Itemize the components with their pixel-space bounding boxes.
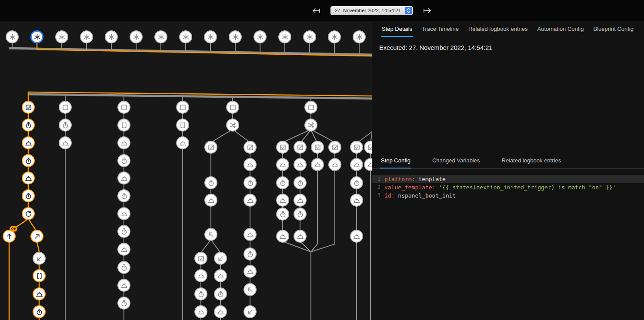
tab-related-logbook-entries[interactable]: Related logbook entries [501,157,562,168]
service-call-node[interactable] [22,136,35,149]
delay-node[interactable] [214,287,227,300]
service-call-node[interactable] [294,194,307,207]
delay-node[interactable] [59,119,72,132]
condition-node[interactable] [244,141,257,154]
choose-node[interactable] [226,119,239,132]
delay-node[interactable] [117,154,130,167]
template-node[interactable] [176,119,189,132]
delay-node[interactable] [22,189,35,202]
delay-node[interactable] [22,154,35,167]
delay-node[interactable] [194,287,207,300]
trigger-node[interactable] [328,30,341,43]
service-call-node[interactable] [350,194,363,207]
service-call-node[interactable] [117,243,130,256]
delay-node[interactable] [33,305,46,318]
delay-node[interactable] [117,225,130,238]
goto-arrow-node[interactable] [244,305,257,318]
delay-node[interactable] [276,208,289,221]
service-call-node[interactable] [22,172,35,185]
trigger-node[interactable] [204,30,217,43]
trigger-node[interactable] [229,30,242,43]
condition-node[interactable] [311,141,324,154]
trigger-node[interactable] [6,30,19,43]
goto-arrow-node[interactable] [214,252,227,265]
service-call-node[interactable] [59,136,72,149]
condition-node[interactable] [328,141,341,154]
next-run-arrow-icon[interactable] [423,6,432,15]
goto-arrow-node[interactable] [30,230,43,243]
service-call-node[interactable] [214,269,227,282]
goto-arrow-node[interactable] [244,283,257,296]
service-call-node[interactable] [244,194,257,207]
condition-node[interactable] [304,101,317,114]
delay-node[interactable] [204,176,217,189]
service-call-node[interactable] [117,136,130,149]
condition-node[interactable] [117,101,130,114]
service-call-node[interactable] [276,194,289,207]
condition-node[interactable] [176,101,189,114]
delay-node[interactable] [294,176,307,189]
trigger-node[interactable] [130,30,143,43]
delay-node[interactable] [117,189,130,202]
service-call-node[interactable] [294,158,307,171]
service-call-node[interactable] [294,230,307,243]
trigger-node[interactable] [55,30,68,43]
goto-arrow-node[interactable] [33,252,46,265]
delay-node[interactable] [244,176,257,189]
trigger-node[interactable] [30,30,43,43]
choose-node[interactable] [304,119,317,132]
service-call-node[interactable] [117,207,130,220]
template-node[interactable] [117,119,130,132]
delay-node[interactable] [117,261,130,274]
service-call-node[interactable] [328,158,341,171]
delay-node[interactable] [294,208,307,221]
service-call-node[interactable] [244,228,257,241]
delay-node[interactable] [350,176,363,189]
service-call-node[interactable] [33,287,46,300]
trigger-node[interactable] [179,30,192,43]
service-call-node[interactable] [276,158,289,171]
delay-node[interactable] [117,297,130,310]
trigger-node[interactable] [154,30,167,43]
trigger-node[interactable] [303,30,316,43]
delay-node[interactable] [22,119,35,132]
tab-trace-timeline[interactable]: Trace Timeline [421,26,460,37]
service-call-node[interactable] [214,305,227,318]
template-node[interactable] [33,269,46,282]
condition-node[interactable] [204,141,217,154]
service-call-node[interactable] [276,230,289,243]
condition-node[interactable] [59,101,72,114]
condition-node[interactable] [226,101,239,114]
delay-node[interactable] [244,247,257,261]
tab-step-details[interactable]: Step Details [381,26,413,37]
condition-node[interactable] [22,101,35,114]
condition-node[interactable] [276,141,289,154]
service-call-node[interactable] [194,269,207,282]
service-call-node[interactable] [117,279,130,292]
condition-node[interactable] [194,252,207,265]
trace-run-select[interactable]: 27. November 2022, 14:54:21 [330,6,413,15]
service-call-node[interactable] [117,172,130,185]
goto-arrow-node[interactable] [204,228,217,241]
trigger-node[interactable] [353,30,366,43]
condition-node[interactable] [350,141,363,154]
service-call-node[interactable] [176,136,189,149]
service-call-node[interactable] [194,305,207,318]
trigger-node[interactable] [254,30,267,43]
service-call-node[interactable] [244,158,257,171]
previous-run-arrow-icon[interactable] [312,6,321,15]
tab-blueprint-config[interactable]: Blueprint Config [592,26,634,37]
tab-automation-config[interactable]: Automation Config [537,26,585,37]
trigger-node[interactable] [278,30,291,43]
delay-node[interactable] [276,176,289,189]
service-call-node[interactable] [350,158,363,171]
tab-changed-variables[interactable]: Changed Variables [431,157,481,168]
service-call-node[interactable] [244,265,257,278]
service-call-node[interactable] [204,194,217,207]
service-call-node[interactable] [350,230,363,243]
repeat-node[interactable] [22,207,35,220]
service-call-node[interactable] [311,158,324,171]
trigger-node[interactable] [105,30,118,43]
condition-node[interactable] [294,141,307,154]
tab-related-logbook-entries[interactable]: Related logbook entries [467,26,529,37]
